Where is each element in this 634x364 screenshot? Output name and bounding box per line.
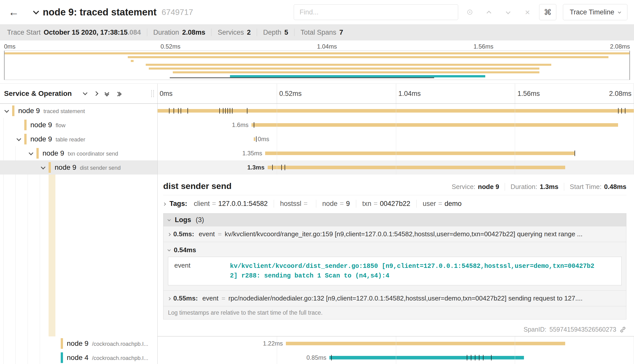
find-input[interactable]	[299, 8, 453, 16]
minimap-span-bar	[128, 56, 608, 58]
span-row-table-reader[interactable]: node 9table reader 0ms	[0, 132, 634, 146]
log-value: kv/kvclient/kvcoord/range_iter.go:159 [n…	[225, 230, 622, 238]
locate-icon[interactable]	[466, 8, 474, 16]
service-color-bar	[24, 134, 27, 144]
operation-name: table reader	[56, 136, 85, 143]
collapse-controls	[83, 91, 144, 96]
span-bar[interactable]	[158, 109, 634, 113]
service-color-bar	[36, 148, 39, 159]
collapse-one-icon[interactable]	[83, 91, 87, 96]
span-id-value: 5597415943526560273	[550, 326, 616, 333]
log-entry[interactable]: 0.55ms: event rpc/nodedialer/nodedialer.…	[163, 290, 626, 306]
expand-one-icon[interactable]	[94, 91, 98, 96]
span-timeline-cell: 1.35ms	[158, 146, 634, 160]
minimap-span-bar	[173, 71, 539, 73]
service-color-bar	[49, 162, 51, 173]
collapse-all-icon[interactable]	[105, 91, 109, 96]
log-entry[interactable]: 0.5ms: event kv/kvclient/kvcoord/range_i…	[163, 226, 626, 242]
service-color-bar	[61, 338, 63, 349]
trace-view-label: Trace Timeline	[570, 8, 614, 16]
title-collapse-icon[interactable]	[34, 10, 38, 15]
trace-minimap: 0ms0.52ms1.04ms1.56ms2.08ms	[0, 40, 634, 80]
next-match-icon[interactable]	[504, 8, 512, 16]
span-row-dist-sender-send[interactable]: node 9dist sender send 1.3ms	[0, 160, 634, 175]
keyboard-shortcuts-button[interactable]: ⌘	[539, 4, 556, 20]
span-name-cell: node 9traced statement	[0, 104, 158, 118]
minimap-span-bar	[149, 68, 539, 70]
span-row-flow[interactable]: node 9flow 1.6ms	[0, 118, 634, 132]
span-row-txn-coordinator-send[interactable]: node 9txn coordinator send 1.35ms	[0, 146, 634, 160]
span-bar[interactable]	[329, 356, 524, 359]
trace-view-selector[interactable]: Trace Timeline	[563, 4, 627, 20]
collapse-caret-icon[interactable]	[27, 152, 35, 155]
span-bar[interactable]	[268, 166, 565, 169]
span-bar[interactable]	[254, 137, 255, 141]
service-color-bar	[24, 120, 27, 130]
minimap-span-bar	[146, 64, 551, 66]
tag-client: client127.0.0.1:54582	[194, 200, 268, 208]
log-key: event	[202, 294, 219, 302]
timeline-ruler: 0ms0.52ms1.04ms1.56ms2.08ms	[158, 84, 634, 103]
logs-label: Logs	[175, 216, 191, 224]
span-rows: node 9traced statement node 9flow 1.6ms …	[0, 104, 634, 364]
span-name-cell: node 9txn coordinator send	[0, 146, 158, 160]
timeline-header: Service & Operation 0ms0.52ms1.04ms1.56m…	[0, 83, 634, 104]
column-resizer-handle[interactable]	[151, 90, 154, 97]
span-duration-label: 1.35ms	[242, 150, 262, 157]
minimap-span-bar	[5, 52, 629, 54]
chevron-down-icon	[167, 248, 171, 251]
prev-match-icon[interactable]	[485, 8, 493, 16]
service-name: node 9	[30, 121, 52, 129]
find-result-controls: ×	[466, 8, 532, 16]
span-detail-panel: dist sender send Service:node 9 Duration…	[158, 175, 634, 336]
log-key: event	[199, 230, 215, 238]
service-name: node 9	[30, 135, 52, 143]
chevron-right-icon	[163, 203, 166, 206]
log-entry-expanded: 0.54ms event kv/kvclient/kvcoord/dist_se…	[163, 242, 626, 290]
copy-link-icon[interactable]	[619, 326, 626, 333]
span-timeline-cell: 0.85ms	[158, 351, 634, 364]
span-row-traced-statement[interactable]: node 9traced statement	[0, 104, 634, 118]
divider	[163, 195, 626, 195]
span-timeline-cell: 0ms	[158, 132, 634, 146]
command-icon: ⌘	[544, 8, 552, 17]
collapse-caret-icon[interactable]	[14, 138, 23, 141]
trace-summary-bar: Trace Start October 15 2020, 17:38:15.08…	[0, 24, 634, 40]
span-row-grpc-node9[interactable]: node 9/cockroach.roachpb.I... 1.22ms	[0, 336, 634, 351]
logs-count: (3)	[196, 216, 204, 224]
tag-user: userdemo	[416, 200, 462, 208]
logs-footnote: Log timestamps are relative to the start…	[163, 306, 626, 319]
span-name-cell: node 9/cockroach.roachpb.I...	[0, 336, 158, 351]
logs-header[interactable]: Logs (3)	[163, 213, 626, 226]
minimap-canvas[interactable]	[4, 51, 630, 80]
span-name-cell: node 9dist sender send	[0, 160, 158, 175]
log-value: kv/kvclient/kvcoord/dist_sender.go:1850 …	[230, 262, 597, 281]
service-name: node 9	[18, 107, 40, 115]
back-button[interactable]: ←	[0, 6, 27, 18]
span-bar[interactable]	[265, 152, 574, 155]
span-bar[interactable]	[251, 123, 618, 127]
service-color-bar	[61, 352, 63, 363]
span-duration-label: 0ms	[258, 136, 269, 143]
log-time: 0.54ms	[174, 246, 196, 254]
span-id-row: SpanID: 5597415943526560273	[523, 326, 626, 333]
summary-duration: Duration2.08ms	[147, 29, 212, 36]
summary-trace-start: Trace Start October 15 2020, 17:38:15.08…	[1, 29, 147, 36]
minimap-span-bar	[131, 60, 134, 62]
collapse-caret-icon[interactable]	[39, 166, 47, 169]
tag-node: node9	[316, 200, 350, 208]
collapse-caret-icon[interactable]	[2, 109, 11, 113]
span-id-label: SpanID:	[523, 326, 546, 333]
chevron-down-icon	[167, 218, 171, 221]
trace-title-wrap: node 9: traced statement 6749717	[34, 7, 193, 18]
service-name: node 4	[67, 354, 89, 362]
expand-all-icon[interactable]	[116, 92, 121, 95]
span-row-grpc-node4[interactable]: node 4/cockroach.roachpb.I... 0.85ms	[0, 351, 634, 364]
service-name: node 9	[67, 339, 89, 348]
log-time: 0.5ms:	[173, 230, 194, 238]
service-name: node 9	[55, 163, 76, 172]
clear-search-icon[interactable]: ×	[523, 8, 532, 16]
span-bar[interactable]	[286, 342, 565, 345]
log-entry-header[interactable]: 0.54ms	[168, 244, 622, 256]
tags-toggle-row[interactable]: Tags: client127.0.0.1:54582 hostssl node…	[163, 200, 626, 208]
